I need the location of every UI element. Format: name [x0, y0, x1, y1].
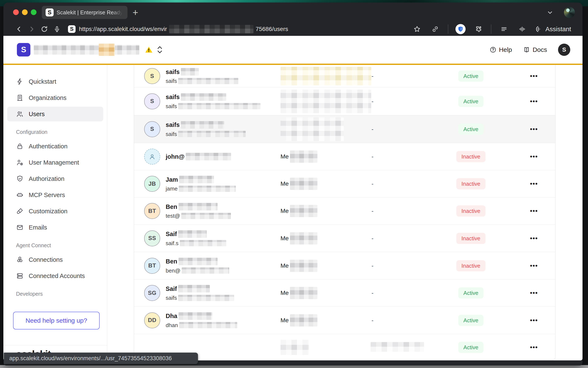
- forward-button[interactable]: [26, 24, 37, 35]
- row-actions-menu[interactable]: •••: [530, 262, 538, 269]
- back-button[interactable]: [13, 24, 24, 35]
- browser-tab-active[interactable]: S Scalekit | Enterprise Ready A: [42, 6, 127, 19]
- sidebar-item-authorization[interactable]: Authorization: [7, 171, 103, 186]
- help-button[interactable]: Help: [490, 46, 512, 53]
- name-redacted: [181, 68, 199, 76]
- toolbar-divider: [491, 24, 491, 34]
- browser-window: S Scalekit | Enterprise Ready A +: [3, 2, 582, 366]
- close-window-button[interactable]: [13, 9, 19, 15]
- row-actions-menu[interactable]: •••: [530, 317, 538, 324]
- copy-link-icon[interactable]: [430, 24, 441, 35]
- new-tab-button[interactable]: +: [133, 8, 138, 17]
- users-icon: [16, 110, 24, 118]
- row-actions-menu[interactable]: •••: [530, 344, 538, 351]
- user-row[interactable]: BT Bentest@Me-Inactive•••: [134, 197, 555, 225]
- assistant-button[interactable]: Assistant: [535, 25, 571, 33]
- user-avatar: S: [144, 93, 160, 109]
- sidebar-item-quickstart[interactable]: Quickstart: [7, 74, 103, 89]
- assistant-arcs-icon: [535, 25, 542, 33]
- status-url-text: app.scalekit.cloud/ws/environments/.../u…: [9, 355, 172, 362]
- user-email-prefix: saif.s: [166, 240, 179, 246]
- address-bar[interactable]: S https://app.scalekit.cloud/ws/envir756…: [68, 25, 410, 33]
- sidebar-item-label: Authentication: [29, 143, 67, 150]
- minimize-window-button[interactable]: [22, 9, 28, 15]
- user-row[interactable]: S saifssaifs-Active•••: [134, 65, 555, 87]
- reading-list-icon[interactable]: [499, 24, 510, 35]
- row-actions-menu[interactable]: •••: [530, 180, 538, 187]
- sidebar-item-label: Authorization: [29, 175, 64, 182]
- profile-orb-avatar[interactable]: [564, 7, 575, 18]
- status-badge: Inactive: [456, 233, 485, 244]
- sidebar-item-label: Quickstart: [29, 78, 56, 85]
- tab-overview-chevron-icon[interactable]: [545, 7, 556, 18]
- sidebar-item-connections[interactable]: Connections: [7, 252, 103, 267]
- scalekit-app: S Help: [3, 36, 582, 360]
- row-actions-menu[interactable]: •••: [530, 207, 538, 215]
- sidebar-item-authentication[interactable]: Authentication: [7, 139, 103, 154]
- last-signin-cell: -: [366, 290, 379, 296]
- name-redacted: [179, 176, 214, 183]
- need-help-button[interactable]: Need help setting up?: [13, 312, 100, 330]
- row-actions-menu[interactable]: •••: [530, 126, 538, 133]
- user-avatar: [144, 149, 160, 165]
- user-name-prefix: saifs: [166, 93, 180, 101]
- lock-icon: [16, 142, 24, 150]
- zoom-window-button[interactable]: [31, 9, 37, 15]
- user-row[interactable]: S saifssaifs-Active•••: [134, 87, 555, 115]
- app-header: S Help: [3, 36, 582, 64]
- membership-redacted: [280, 90, 371, 113]
- row-actions-menu[interactable]: •••: [530, 289, 538, 296]
- membership-redacted: [290, 150, 318, 163]
- user-row[interactable]: JB JamjameMe-Inactive•••: [134, 170, 555, 197]
- membership-cell: Me: [280, 260, 318, 272]
- user-name-prefix: Saif: [166, 285, 177, 292]
- user-avatar-menu[interactable]: S: [558, 44, 570, 56]
- membership-prefix: Me: [280, 262, 289, 269]
- sidebar-item-user-management[interactable]: User Management: [7, 155, 103, 170]
- user-row[interactable]: SG SaifsaifsMe-Active•••: [134, 279, 555, 307]
- row-actions-menu[interactable]: •••: [530, 73, 538, 80]
- row-actions-menu[interactable]: •••: [530, 153, 538, 160]
- user-name-prefix: saifs: [166, 121, 180, 128]
- bookmark-star-icon[interactable]: [412, 24, 423, 35]
- last-signin-cell: -: [366, 73, 379, 79]
- user-row[interactable]: DD DhadhanMe-Active•••: [134, 307, 555, 334]
- status-badge: Inactive: [456, 178, 485, 190]
- user-name-prefix: Jam: [166, 176, 178, 183]
- extensions-puzzle-icon[interactable]: [473, 24, 484, 35]
- user-email-prefix: saifs: [166, 78, 177, 84]
- user-name-cell: john@: [166, 153, 231, 160]
- membership-cell: Me: [280, 150, 318, 163]
- last-signin-cell: [371, 342, 424, 353]
- robot-icon: [16, 191, 24, 199]
- reload-button[interactable]: [39, 24, 50, 35]
- workspace-name-redacted[interactable]: [34, 45, 139, 55]
- scalekit-favicon: S: [46, 9, 54, 17]
- status-badge: Active: [458, 315, 483, 326]
- row-actions-menu[interactable]: •••: [530, 235, 538, 242]
- sidebar-item-mcp-servers[interactable]: MCP Servers: [7, 188, 103, 202]
- sidebar-item-emails[interactable]: Emails: [7, 220, 103, 235]
- sidebar-item-label: Customization: [29, 208, 67, 215]
- assistant-label: Assistant: [545, 26, 571, 33]
- membership-cell: Me: [280, 232, 318, 245]
- row-actions-menu[interactable]: •••: [530, 98, 538, 105]
- membership-redacted: [290, 232, 318, 245]
- sidebar-item-connected-accounts[interactable]: Connected Accounts: [7, 268, 103, 283]
- user-row[interactable]: SS Saifsaif.sMe-Inactive•••: [134, 225, 555, 252]
- voice-waveform-icon[interactable]: [517, 24, 528, 35]
- user-avatar: JB: [144, 176, 160, 192]
- docs-button[interactable]: Docs: [523, 46, 547, 53]
- sidebar-item-users[interactable]: Users: [7, 107, 103, 121]
- user-row[interactable]: S saifssaifs-Active•••: [134, 115, 555, 143]
- membership-redacted: [280, 67, 371, 85]
- microphone-icon[interactable]: [51, 24, 62, 35]
- sidebar-item-customization[interactable]: Customization: [7, 204, 103, 219]
- workspace-switcher-chevrons-icon[interactable]: [157, 46, 163, 54]
- email-redacted: [179, 322, 237, 328]
- sidebar-item-label: User Management: [29, 159, 79, 166]
- user-row[interactable]: john@Me-Inactive•••: [134, 143, 555, 170]
- sidebar-item-organizations[interactable]: Organizations: [7, 91, 103, 105]
- user-row[interactable]: BT Benben@Me-Inactive•••: [134, 252, 555, 279]
- bitwarden-extension-icon[interactable]: [455, 24, 466, 34]
